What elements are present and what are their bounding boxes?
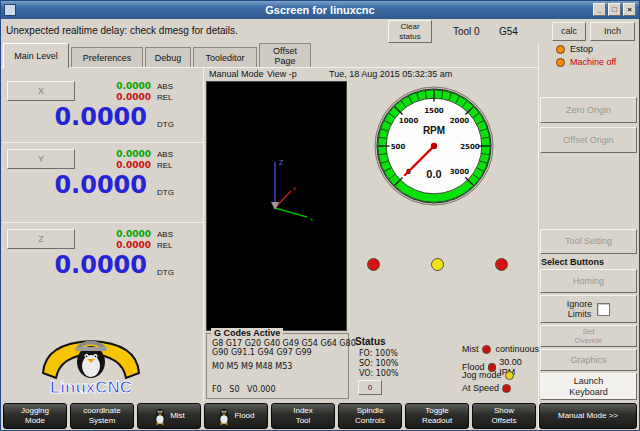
gremlin-3d-view[interactable]: Z x y <box>206 81 347 331</box>
toggle-readout-button[interactable]: Toggle Readout <box>405 403 469 429</box>
tab-tooleditor[interactable]: Tooleditor <box>193 47 257 68</box>
feed-override-readout: FO: 100% <box>359 349 398 358</box>
axis-z-button[interactable]: Z <box>7 229 75 249</box>
axis-x-abs-label: ABS <box>157 82 173 91</box>
manual-mode-button[interactable]: Manual Mode >> <box>539 403 637 429</box>
mcodes-active-readout: M0 M5 M9 M48 M53 <box>212 362 292 371</box>
maximize-button[interactable]: □ <box>608 3 621 16</box>
svg-text:y: y <box>293 185 296 191</box>
viewer-datetime: Tue, 18 Aug 2015 05:32:35 am <box>329 69 452 79</box>
tab-preferences[interactable]: Preferences <box>71 47 143 68</box>
rpm-gauge: 050010001500200025003000 RPM 0.0 <box>373 85 495 207</box>
indicator-dot-right[interactable] <box>495 258 508 271</box>
coord-system-readout: G54 <box>499 26 518 37</box>
axis-x-rel-label: REL <box>157 93 173 102</box>
ignore-limits-label: Ignore Limits <box>567 299 593 320</box>
axis-z-dtg-label: DTG <box>157 268 174 277</box>
window-icon <box>4 4 16 16</box>
axis-y-button[interactable]: Y <box>7 149 75 169</box>
tab-debug[interactable]: Debug <box>145 47 191 68</box>
tab-main-level[interactable]: Main Level <box>3 43 69 68</box>
indicator-dot-left[interactable] <box>367 258 380 271</box>
estop-label[interactable]: Estop <box>570 44 593 54</box>
zero-origin-button[interactable]: Zero Origin <box>540 97 637 123</box>
svg-text:Z: Z <box>279 159 284 166</box>
ignore-limits-checkbox[interactable] <box>597 303 610 316</box>
svg-text:2500: 2500 <box>460 143 480 151</box>
svg-text:2000: 2000 <box>450 117 470 125</box>
axis-x-dtg-label: DTG <box>157 120 174 129</box>
units-button[interactable]: Inch <box>590 22 635 41</box>
spindle-override-readout: SO: 100% <box>359 359 398 368</box>
logo-text: LinuxCNC <box>50 378 132 397</box>
status-title: Status <box>355 336 386 347</box>
axis-z-dtg-value: 0.0000 <box>11 251 147 279</box>
velocity-override-readout: VO: 100% <box>359 369 399 378</box>
axis-z-rel-value: 0.0000 <box>83 240 151 250</box>
machine-off-led[interactable] <box>556 58 565 67</box>
set-override-button[interactable]: Set Overide <box>540 325 637 347</box>
svg-text:500: 500 <box>391 143 406 151</box>
jog-mode-indicator-label: Jog mode <box>462 370 502 380</box>
tool-setting-button[interactable]: Tool Setting <box>540 229 637 254</box>
realtime-warning: Unexpected realtime delay: check dmesg f… <box>6 25 238 36</box>
axis-y-dtg-value: 0.0000 <box>11 171 147 199</box>
axis-z-abs-label: ABS <box>157 230 173 239</box>
gauge-title: RPM <box>423 125 445 136</box>
spindle-controls-button[interactable]: Spindle Controls <box>338 403 402 429</box>
mist-indicator-row: Mist continuous <box>462 344 539 354</box>
axis-x-button[interactable]: X <box>7 81 75 101</box>
homing-button[interactable]: Homing <box>540 269 637 293</box>
feeds-readout: F0 S0 V0.000 <box>212 385 276 394</box>
tool-readout: Tool 0 <box>453 26 480 37</box>
close-button[interactable]: × <box>623 3 636 16</box>
tab-offset-page[interactable]: Offset Page <box>259 43 311 68</box>
flood-button[interactable]: Flood <box>204 403 268 429</box>
app-window: Gscreen for linuxcnc _ □ × Unexpected re… <box>0 0 640 431</box>
title-bar[interactable]: Gscreen for linuxcnc _ □ × <box>1 1 639 19</box>
calc-button[interactable]: calc <box>552 22 586 41</box>
offset-origin-button[interactable]: Offset Origin <box>540 127 637 153</box>
mist-indicator-label: Mist <box>462 344 479 354</box>
index-tool-button[interactable]: Index Tool <box>271 403 335 429</box>
minimize-button[interactable]: _ <box>593 3 606 16</box>
axis-y-abs-value: 0.0000 <box>83 149 151 159</box>
select-buttons-label: Select Buttons <box>541 257 604 267</box>
launch-keyboard-button[interactable]: Launch Keyboard <box>540 373 637 400</box>
coordinate-system-button[interactable]: coordinate System <box>70 403 134 429</box>
gcodes-active-readout: G8 G17 G20 G40 G49 G54 G64 G80 G90 G91.1… <box>212 339 356 357</box>
override-spinbox[interactable]: 0 <box>358 380 382 395</box>
svg-text:x: x <box>310 216 313 222</box>
mist-button-label: Mist <box>170 411 185 421</box>
axis-y-rel-value: 0.0000 <box>83 160 151 170</box>
axis-y-abs-label: ABS <box>157 150 173 159</box>
jog-mode-led <box>505 371 514 380</box>
jogging-mode-button[interactable]: Jogging Mode <box>3 403 67 429</box>
gauge-value: 0.0 <box>426 168 441 180</box>
jog-mode-indicator-row: Jog mode <box>462 370 539 380</box>
svg-text:1500: 1500 <box>424 107 444 115</box>
axis-y-dtg-label: DTG <box>157 188 174 197</box>
show-offsets-button[interactable]: Show Offsets <box>472 403 536 429</box>
at-speed-indicator-row: At Speed <box>462 383 539 393</box>
at-speed-led <box>502 384 511 393</box>
svg-text:1000: 1000 <box>399 117 419 125</box>
flood-button-label: Flood <box>234 411 254 421</box>
axis-x-rel-value: 0.0000 <box>83 92 151 102</box>
mist-button[interactable]: Mist <box>137 403 201 429</box>
estop-led[interactable] <box>556 45 565 54</box>
indicator-dot-middle[interactable] <box>431 258 444 271</box>
ignore-limits-button[interactable]: Ignore Limits <box>540 295 637 323</box>
viewer-view-label: View -p <box>267 69 297 79</box>
axis-z-abs-value: 0.0000 <box>83 229 151 239</box>
axis-x-abs-value: 0.0000 <box>83 81 151 91</box>
machine-off-label[interactable]: Machine off <box>570 57 616 67</box>
axis-y-rel-label: REL <box>157 161 173 170</box>
graphics-button[interactable]: Graphics <box>540 349 637 371</box>
at-speed-indicator-label: At Speed <box>462 383 499 393</box>
svg-text:3000: 3000 <box>450 168 470 176</box>
axis-z-rel-label: REL <box>157 241 173 250</box>
flood-tux-icon <box>217 408 231 425</box>
view-axes-gnomon: Z x y <box>245 152 325 224</box>
clear-status-button[interactable]: Clear status <box>388 20 432 43</box>
